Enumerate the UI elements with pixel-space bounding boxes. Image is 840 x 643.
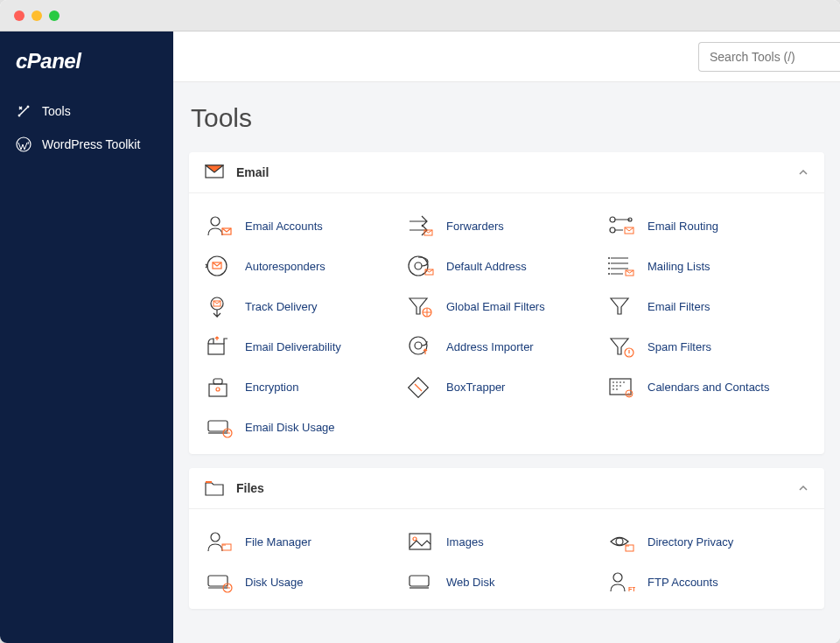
svg-rect-26 [209, 384, 227, 396]
images-icon [406, 530, 434, 553]
email-filters-icon [607, 295, 635, 318]
tool-label: Web Disk [446, 576, 494, 589]
tool-label: Encryption [245, 381, 298, 394]
section-header-files[interactable]: Files [189, 468, 824, 509]
svg-point-28 [216, 388, 220, 391]
svg-point-24 [415, 342, 422, 349]
svg-text:FTP: FTP [628, 586, 635, 592]
tool-images[interactable]: Images [406, 521, 607, 562]
section-files: Files File Manager Images [189, 468, 824, 609]
tool-label: Disk Usage [245, 576, 303, 589]
autoresponders-icon [205, 255, 233, 277]
svg-point-2 [211, 217, 220, 226]
email-accounts-icon [205, 214, 233, 237]
tool-address-importer[interactable]: Address Importer [406, 326, 607, 367]
svg-point-6 [610, 227, 615, 233]
svg-point-16 [608, 268, 610, 269]
app-body: cPanel Tools WordPress Toolkit Tools [0, 31, 840, 643]
tool-label: Mailing Lists [648, 260, 710, 273]
spam-filters-icon [607, 335, 635, 358]
sidebar-item-label: Tools [42, 104, 71, 118]
tool-email-accounts[interactable]: Email Accounts [205, 206, 406, 246]
svg-point-39 [413, 537, 416, 541]
mailing-lists-icon [607, 255, 635, 277]
svg-point-15 [608, 262, 610, 264]
tool-web-disk[interactable]: Web Disk [406, 562, 607, 602]
tool-directory-privacy[interactable]: Directory Privacy [607, 521, 808, 562]
section-title: Email [236, 165, 798, 179]
svg-text:@: @ [626, 392, 631, 397]
section-email: Email Email Accounts Forwarders [189, 152, 824, 454]
default-address-icon [406, 255, 434, 277]
disk-usage-icon [205, 570, 233, 593]
close-window-button[interactable] [14, 10, 24, 21]
tool-label: Email Deliverability [245, 340, 341, 353]
file-manager-icon [205, 530, 233, 553]
tool-label: Email Routing [648, 220, 718, 233]
tool-forwarders[interactable]: Forwarders [406, 206, 607, 246]
svg-rect-22 [208, 344, 224, 354]
section-body-email: Email Accounts Forwarders Email Routing [189, 193, 824, 454]
tool-autoresponders[interactable]: Autoresponders [205, 246, 406, 286]
tool-label: Directory Privacy [648, 535, 733, 549]
chevron-up-icon [798, 169, 808, 176]
topbar [173, 31, 840, 82]
tool-label: Email Filters [648, 300, 710, 313]
tool-boxtrapper[interactable]: BoxTrapper [406, 367, 607, 407]
svg-point-12 [415, 262, 422, 269]
section-header-email[interactable]: Email [189, 152, 824, 193]
search-input[interactable] [698, 42, 840, 72]
tool-label: FTP Accounts [648, 576, 718, 589]
logo: cPanel [0, 31, 173, 94]
tool-file-manager[interactable]: File Manager [205, 521, 406, 562]
forwarders-icon [406, 214, 434, 237]
sidebar-item-label: WordPress Toolkit [42, 137, 140, 151]
main: Tools Email [173, 31, 840, 643]
titlebar [0, 0, 840, 31]
tool-default-address[interactable]: Default Address [406, 246, 607, 286]
chevron-up-icon [798, 485, 808, 492]
svg-point-40 [616, 538, 623, 545]
tool-email-deliverability[interactable]: Email Deliverability [205, 326, 406, 367]
sidebar-item-tools[interactable]: Tools [0, 94, 173, 128]
ftp-accounts-icon: FTP [607, 570, 635, 593]
app-window: cPanel Tools WordPress Toolkit Tools [0, 0, 840, 643]
tool-track-delivery[interactable]: Track Delivery [205, 286, 406, 326]
calendars-contacts-icon: @ [607, 375, 635, 398]
tool-label: Track Delivery [245, 300, 318, 313]
tool-email-routing[interactable]: Email Routing [607, 206, 808, 246]
tool-email-disk-usage[interactable]: Email Disk Usage [205, 407, 406, 447]
email-deliverability-icon [205, 335, 233, 358]
tool-label: Forwarders [446, 220, 504, 233]
wordpress-icon [16, 136, 32, 152]
directory-privacy-icon [607, 530, 635, 553]
section-title: Files [236, 481, 798, 495]
address-importer-icon [406, 335, 434, 358]
tool-email-filters[interactable]: Email Filters [607, 286, 808, 326]
logo-text: cPanel [16, 49, 80, 73]
tool-encryption[interactable]: Encryption [205, 367, 406, 407]
tool-label: Address Importer [446, 340, 534, 353]
svg-rect-35 [206, 481, 212, 483]
tool-label: Global Email Filters [446, 300, 545, 313]
tool-label: Images [446, 535, 484, 549]
traffic-lights [14, 10, 60, 21]
sidebar-item-wordpress[interactable]: WordPress Toolkit [0, 128, 173, 161]
svg-point-36 [211, 533, 220, 542]
tool-global-filters[interactable]: Global Email Filters [406, 286, 607, 326]
maximize-window-button[interactable] [49, 10, 60, 21]
tool-calendars-contacts[interactable]: @ Calendars and Contacts [607, 367, 808, 407]
tool-ftp-accounts[interactable]: FTP FTP Accounts [607, 562, 808, 602]
svg-point-45 [613, 573, 622, 582]
svg-point-5 [610, 217, 615, 222]
global-filters-icon [406, 295, 434, 318]
tool-spam-filters[interactable]: Spam Filters [607, 326, 808, 367]
web-disk-icon [406, 570, 434, 593]
svg-rect-27 [214, 379, 222, 384]
boxtrapper-icon [406, 375, 434, 398]
tool-label: Email Disk Usage [245, 421, 335, 434]
tool-mailing-lists[interactable]: Mailing Lists [607, 246, 808, 286]
tool-label: BoxTrapper [446, 381, 505, 394]
tool-disk-usage[interactable]: Disk Usage [205, 562, 406, 602]
minimize-window-button[interactable] [32, 10, 42, 21]
